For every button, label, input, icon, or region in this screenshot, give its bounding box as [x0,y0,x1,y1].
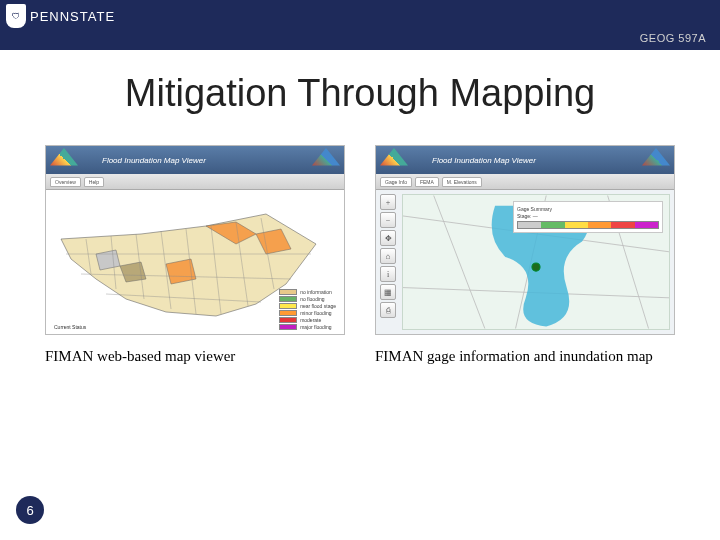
legend-item: major flooding [279,324,336,330]
figure-left: Flood Inundation Map Viewer Overview Hel… [45,145,345,367]
figure-caption-left: FIMAN web-based map viewer [45,347,345,367]
figure-row: Flood Inundation Map Viewer Overview Hel… [0,145,720,367]
course-code: GEOG 597A [640,32,706,44]
logo-text: PENNSTATE [30,9,115,24]
zoom-in-icon: + [380,194,396,210]
legend-item: no information [279,289,336,295]
legend-item: near flood stage [279,303,336,309]
flood-stage-bar [517,221,659,229]
slide-number-badge: 6 [16,496,44,524]
legend-item: minor flooding [279,310,336,316]
stage-seg [541,222,564,228]
swatch [279,289,297,295]
mini-app-title: Flood Inundation Map Viewer [102,156,206,165]
triangle-logo-icon [50,148,78,170]
legend-item: moderate [279,317,336,323]
swatch [279,310,297,316]
zoom-out-icon: − [380,212,396,228]
stage-seg [635,222,658,228]
slide-header: 🛡 PENNSTATE GEOG 597A [0,0,720,50]
pan-icon: ✥ [380,230,396,246]
tool-palette: + − ✥ ⌂ i ▦ ⎙ [380,194,398,318]
figure-caption-right: FIMAN gage information and inundation ma… [375,347,675,367]
mini-app-header: Flood Inundation Map Viewer [46,146,344,174]
mini-app-title: Flood Inundation Map Viewer [432,156,536,165]
slide-title: Mitigation Through Mapping [0,72,720,115]
stage-seg [518,222,541,228]
swatch [279,324,297,330]
stage-seg [565,222,588,228]
stage-seg [611,222,634,228]
svg-point-17 [532,263,540,271]
mini-tab-bar: Gage Info FEMA M. Elevations [376,174,674,190]
mini-tab: Help [84,177,104,187]
status-text: Current Status [54,324,194,330]
gage-info-panel: Gage Summary Stage: — [513,201,663,233]
inundation-map: Gage Summary Stage: — [402,194,670,330]
swatch [279,296,297,302]
mini-tab: FEMA [415,177,439,187]
triangle-logo-icon [642,148,670,170]
mini-tab-bar: Overview Help [46,174,344,190]
triangle-logo-icon [312,148,340,170]
penn-state-logo: 🛡 PENNSTATE [6,4,115,28]
swatch [279,303,297,309]
mini-app-header: Flood Inundation Map Viewer [376,146,674,174]
layer-icon: ▦ [380,284,396,300]
legend: no information no flooding near flood st… [279,289,336,330]
fiman-viewer-screenshot: Flood Inundation Map Viewer Overview Hel… [45,145,345,335]
print-icon: ⎙ [380,302,396,318]
info-icon: i [380,266,396,282]
mini-tab: Overview [50,177,81,187]
mini-tab: Gage Info [380,177,412,187]
figure-right: Flood Inundation Map Viewer Gage Info FE… [375,145,675,367]
fiman-gage-screenshot: Flood Inundation Map Viewer Gage Info FE… [375,145,675,335]
gage-detail: Stage: — [517,213,659,219]
nc-map: Current Status no information no floodin… [46,190,344,334]
home-icon: ⌂ [380,248,396,264]
swatch [279,317,297,323]
triangle-logo-icon [380,148,408,170]
mini-tab: M. Elevations [442,177,482,187]
stage-seg [588,222,611,228]
gage-title: Gage Summary [517,206,659,212]
shield-icon: 🛡 [6,4,26,28]
legend-item: no flooding [279,296,336,302]
